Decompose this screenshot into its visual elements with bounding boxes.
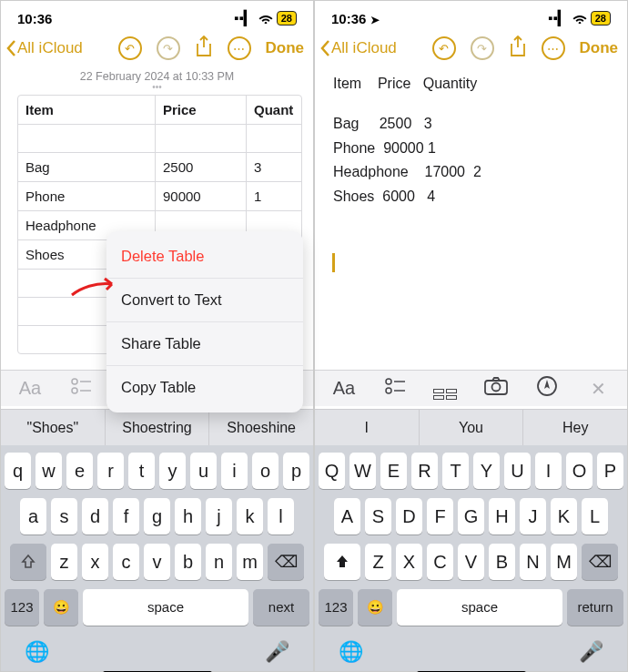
mic-icon[interactable]: 🎤: [579, 640, 603, 664]
emoji-key[interactable]: 😀: [44, 589, 78, 626]
letter-key[interactable]: Z: [365, 544, 391, 580]
suggestion[interactable]: I: [315, 410, 419, 445]
letter-key[interactable]: F: [427, 498, 453, 535]
table-cell[interactable]: Phone: [18, 182, 155, 210]
back-button[interactable]: All iCloud: [320, 39, 397, 57]
numbers-key[interactable]: 123: [5, 589, 39, 626]
shift-key[interactable]: [10, 544, 46, 580]
share-button[interactable]: [195, 36, 213, 61]
letter-key[interactable]: b: [175, 544, 201, 580]
letter-key[interactable]: s: [51, 498, 77, 535]
done-button[interactable]: Done: [580, 39, 619, 57]
undo-button[interactable]: ↶: [118, 36, 142, 60]
menu-copy-table[interactable]: Copy Table: [106, 366, 303, 409]
letter-key[interactable]: w: [35, 453, 62, 489]
camera-button[interactable]: [478, 377, 514, 400]
menu-convert-to-text[interactable]: Convert to Text: [106, 279, 303, 322]
globe-icon[interactable]: 🌐: [339, 640, 363, 664]
letter-key[interactable]: Y: [473, 453, 500, 489]
letter-key[interactable]: J: [520, 498, 546, 535]
text-style-button[interactable]: Aa: [12, 378, 48, 399]
letter-key[interactable]: H: [489, 498, 515, 535]
letter-key[interactable]: I: [535, 453, 562, 489]
letter-key[interactable]: G: [458, 498, 484, 535]
suggestion[interactable]: Shoeshine: [208, 410, 313, 445]
table-header-cell[interactable]: Item: [18, 96, 155, 124]
table-button[interactable]: [428, 377, 464, 400]
letter-key[interactable]: L: [582, 498, 608, 535]
table-cell[interactable]: 90000: [155, 182, 246, 210]
letter-key[interactable]: V: [458, 544, 484, 580]
table-cell[interactable]: 3: [246, 153, 301, 181]
letter-key[interactable]: T: [442, 453, 469, 489]
letter-key[interactable]: u: [190, 453, 217, 489]
redo-button[interactable]: ↷: [157, 36, 180, 60]
letter-key[interactable]: R: [411, 453, 438, 489]
letter-key[interactable]: a: [20, 498, 46, 535]
letter-key[interactable]: z: [51, 544, 77, 580]
delete-key[interactable]: ⌫: [582, 544, 618, 580]
letter-key[interactable]: c: [113, 544, 139, 580]
letter-key[interactable]: W: [349, 453, 376, 489]
letter-key[interactable]: A: [334, 498, 360, 535]
table-cell[interactable]: 1: [246, 182, 301, 210]
table-header-cell[interactable]: Price: [155, 96, 246, 124]
letter-key[interactable]: B: [489, 544, 515, 580]
letter-key[interactable]: r: [97, 453, 124, 489]
letter-key[interactable]: j: [206, 498, 232, 535]
delete-key[interactable]: ⌫: [268, 544, 304, 580]
table-cell[interactable]: 2500: [155, 153, 246, 181]
letter-key[interactable]: K: [551, 498, 577, 535]
emoji-key[interactable]: 😀: [358, 589, 392, 626]
menu-delete-table[interactable]: Delete Table: [106, 235, 303, 279]
back-button[interactable]: All iCloud: [6, 39, 83, 57]
letter-key[interactable]: S: [365, 498, 391, 535]
letter-key[interactable]: M: [551, 544, 577, 580]
globe-icon[interactable]: 🌐: [25, 640, 49, 664]
table-header-row[interactable]: Item Price Quant: [18, 96, 301, 124]
letter-key[interactable]: v: [144, 544, 170, 580]
letter-key[interactable]: C: [427, 544, 453, 580]
checklist-button[interactable]: [377, 378, 413, 399]
suggestion[interactable]: You: [419, 410, 523, 445]
letter-key[interactable]: Q: [319, 453, 345, 489]
markup-button[interactable]: [529, 376, 565, 401]
more-button[interactable]: ⋯: [228, 36, 251, 60]
return-key[interactable]: next: [253, 589, 309, 626]
menu-share-table[interactable]: Share Table: [106, 322, 303, 366]
checklist-button[interactable]: [63, 378, 99, 399]
table-cell[interactable]: Bag: [18, 153, 155, 181]
suggestion[interactable]: Hey: [522, 410, 627, 445]
letter-key[interactable]: P: [597, 453, 623, 489]
letter-key[interactable]: q: [5, 453, 31, 489]
letter-key[interactable]: p: [283, 453, 309, 489]
letter-key[interactable]: f: [113, 498, 139, 535]
letter-key[interactable]: e: [66, 453, 93, 489]
close-toolbar-button[interactable]: ✕: [580, 378, 616, 400]
letter-key[interactable]: U: [504, 453, 531, 489]
table-row[interactable]: [18, 124, 301, 152]
suggestion[interactable]: Shoestring: [105, 410, 209, 445]
numbers-key[interactable]: 123: [319, 589, 353, 626]
letter-key[interactable]: l: [268, 498, 294, 535]
share-button[interactable]: [509, 36, 527, 61]
letter-key[interactable]: o: [252, 453, 279, 489]
suggestion[interactable]: "Shoes": [1, 410, 105, 445]
letter-key[interactable]: y: [159, 453, 186, 489]
table-header-cell[interactable]: Quant: [246, 96, 301, 124]
letter-key[interactable]: h: [175, 498, 201, 535]
table-row[interactable]: Phone 90000 1: [18, 181, 301, 210]
redo-button[interactable]: ↷: [471, 36, 494, 60]
space-key[interactable]: space: [83, 589, 248, 626]
mic-icon[interactable]: 🎤: [265, 640, 289, 664]
return-key[interactable]: return: [567, 589, 623, 626]
letter-key[interactable]: k: [237, 498, 263, 535]
table-row[interactable]: Bag 2500 3: [18, 152, 301, 181]
letter-key[interactable]: n: [206, 544, 232, 580]
letter-key[interactable]: m: [237, 544, 263, 580]
undo-button[interactable]: ↶: [432, 36, 456, 60]
space-key[interactable]: space: [397, 589, 562, 626]
note-body[interactable]: Item Price Quantity Bag 2500 3 Phone 900…: [315, 66, 627, 214]
letter-key[interactable]: D: [396, 498, 422, 535]
letter-key[interactable]: N: [520, 544, 546, 580]
